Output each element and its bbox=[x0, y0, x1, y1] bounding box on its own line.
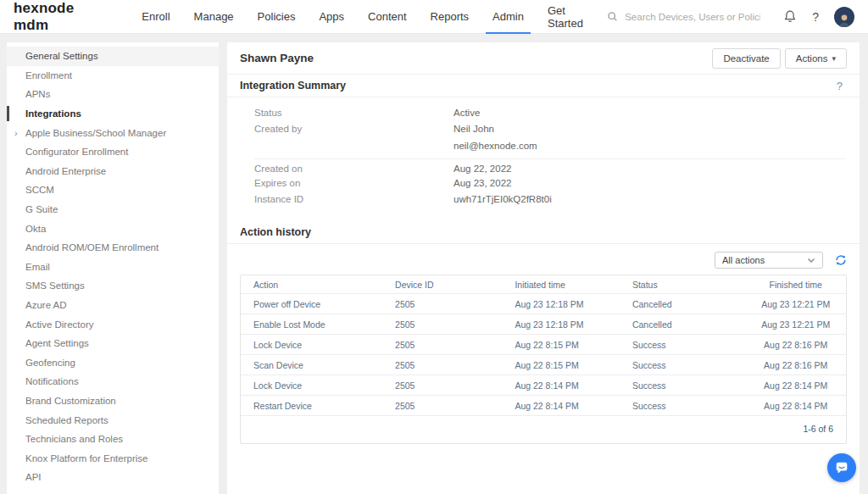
nav-item-admin[interactable]: Admin bbox=[481, 0, 536, 34]
chat-bubble-icon bbox=[834, 460, 849, 475]
sidebar-item-label: Okta bbox=[25, 224, 46, 234]
sidebar-item-scheduled-reports[interactable]: Scheduled Reports bbox=[7, 410, 219, 430]
caret-down-icon: ▾ bbox=[832, 54, 836, 63]
sidebar-item-okta[interactable]: Okta bbox=[7, 219, 219, 238]
sidebar-item-geofencing[interactable]: Geofencing bbox=[7, 353, 219, 373]
nav-item-apps[interactable]: Apps bbox=[307, 0, 356, 34]
table-cell: Scan Device bbox=[241, 360, 395, 370]
sidebar-item-brand-customization[interactable]: Brand Customization bbox=[7, 391, 219, 411]
column-header-finished-time: Finished time bbox=[745, 280, 846, 290]
table-cell: Aug 22 8:14 PM bbox=[515, 380, 632, 391]
sidebar-item-label: Geofencing bbox=[25, 358, 75, 368]
table-cell: Enable Lost Mode bbox=[241, 319, 395, 330]
sidebar-item-sms-settings[interactable]: SMS Settings bbox=[7, 276, 219, 296]
sidebar-item-label: Scheduled Reports bbox=[25, 415, 108, 425]
integration-summary-title: Integration Summary bbox=[240, 80, 346, 92]
action-history-controls: All actions bbox=[227, 247, 860, 273]
sidebar-item-label: Agent Settings bbox=[25, 338, 89, 348]
field-value: Aug 23, 2022 bbox=[453, 178, 511, 188]
actions-filter-select[interactable]: All actions bbox=[715, 252, 823, 269]
sidebar-item-apns[interactable]: APNs bbox=[7, 85, 219, 104]
hexnode-logo[interactable]: hexnode mdm bbox=[14, 0, 111, 34]
action-history-title: Action history bbox=[240, 226, 311, 238]
action-history-table: Action Device ID Initiated time Status F… bbox=[240, 275, 847, 444]
deactivate-button[interactable]: Deactivate bbox=[712, 48, 780, 69]
sidebar-item-label: Active Directory bbox=[25, 319, 94, 330]
sidebar-item-label: Notifications bbox=[25, 376, 79, 386]
table-cell: Lock Device bbox=[241, 340, 395, 350]
main-content-panel: Shawn Payne Deactivate Actions ▾ Integra… bbox=[227, 42, 860, 494]
nav-item-content[interactable]: Content bbox=[356, 0, 419, 34]
actions-filter-value: All actions bbox=[722, 255, 765, 265]
pagination-label: 1-6 of 6 bbox=[241, 416, 846, 443]
search-input[interactable] bbox=[625, 12, 760, 22]
field-label: Created by bbox=[254, 124, 453, 134]
summary-field-row: neil@hexnode.com bbox=[254, 137, 847, 154]
sidebar-item-configurator-enrollment[interactable]: Configurator Enrollment bbox=[7, 142, 219, 162]
table-row[interactable]: Lock Device2505Aug 22 8:14 PMSuccessAug … bbox=[241, 375, 846, 396]
nav-item-policies[interactable]: Policies bbox=[246, 0, 308, 34]
table-row[interactable]: Power off Device2505Aug 23 12:18 PMCance… bbox=[241, 294, 846, 314]
table-cell: Aug 22 8:14 PM bbox=[745, 380, 846, 391]
refresh-icon bbox=[835, 254, 847, 266]
global-search[interactable] bbox=[607, 11, 768, 22]
user-avatar[interactable] bbox=[834, 7, 854, 27]
actions-button-label: Actions bbox=[796, 53, 828, 64]
sidebar-item-agent-settings[interactable]: Agent Settings bbox=[7, 334, 219, 353]
field-value: uwh71rTjEI0kQ2fR8t0i bbox=[453, 194, 552, 204]
table-cell: Aug 22 8:16 PM bbox=[745, 360, 846, 370]
table-cell: 2505 bbox=[395, 380, 515, 391]
help-icon[interactable]: ? bbox=[812, 10, 819, 24]
nav-item-reports[interactable]: Reports bbox=[419, 0, 481, 34]
sidebar-item-apple-business-school-manager[interactable]: ›Apple Business/School Manager bbox=[7, 123, 219, 142]
table-cell: Aug 22 8:14 PM bbox=[515, 401, 632, 411]
sidebar-item-integrations[interactable]: Integrations bbox=[7, 104, 219, 124]
table-row[interactable]: Restart Device2505Aug 22 8:14 PMSuccessA… bbox=[241, 396, 846, 416]
summary-field-row: Instance IDuwh71rTjEI0kQ2fR8t0i bbox=[254, 191, 847, 208]
sidebar-item-label: SCCM bbox=[25, 185, 54, 195]
avatar-person-icon bbox=[837, 12, 852, 27]
refresh-button[interactable] bbox=[835, 254, 847, 266]
sidebar-item-sccm[interactable]: SCCM bbox=[7, 180, 219, 200]
column-header-status: Status bbox=[632, 280, 746, 290]
table-cell: Aug 23 12:21 PM bbox=[745, 299, 846, 309]
sidebar-item-azure-ad[interactable]: Azure AD bbox=[7, 296, 219, 315]
page-title: Shawn Payne bbox=[240, 52, 314, 64]
summary-field-row: Expires onAug 23, 2022 bbox=[254, 175, 847, 191]
table-cell: 2505 bbox=[395, 340, 515, 350]
sidebar-item-label: Apple Business/School Manager bbox=[25, 128, 166, 138]
sidebar-item-android-enterprise[interactable]: Android Enterprise bbox=[7, 162, 219, 181]
table-row[interactable]: Lock Device2505Aug 22 8:15 PMSuccessAug … bbox=[241, 335, 846, 355]
chat-launcher-button[interactable] bbox=[827, 453, 856, 482]
nav-item-get-started[interactable]: Get Started bbox=[536, 0, 607, 34]
sidebar-item-email[interactable]: Email bbox=[7, 258, 219, 277]
sidebar-item-general-settings[interactable]: General Settings bbox=[7, 47, 219, 66]
deactivate-button-label: Deactivate bbox=[723, 53, 769, 64]
sidebar-item-android-rom-oem-enrollment[interactable]: Android ROM/OEM Enrollment bbox=[7, 238, 219, 258]
table-cell: Restart Device bbox=[241, 401, 395, 411]
table-row[interactable]: Enable Lost Mode2505Aug 23 12:18 PMCance… bbox=[241, 314, 846, 335]
table-cell: Success bbox=[632, 360, 746, 370]
summary-help-icon[interactable]: ? bbox=[837, 80, 847, 92]
actions-dropdown-button[interactable]: Actions ▾ bbox=[785, 48, 847, 69]
table-row[interactable]: Scan Device2505Aug 22 8:15 PMSuccessAug … bbox=[241, 355, 846, 375]
column-header-action: Action bbox=[241, 280, 395, 290]
sidebar-item-knox-platform-for-enterprise[interactable]: Knox Platform for Enterprise bbox=[7, 448, 219, 468]
table-cell: Aug 23 12:18 PM bbox=[515, 299, 632, 309]
sidebar-item-label: General Settings bbox=[25, 51, 98, 61]
table-cell: Aug 23 12:18 PM bbox=[515, 319, 632, 330]
table-header-row: Action Device ID Initiated time Status F… bbox=[241, 275, 846, 294]
sidebar-item-g-suite[interactable]: G Suite bbox=[7, 200, 219, 219]
sidebar-item-label: Brand Customization bbox=[25, 396, 116, 406]
nav-item-enroll[interactable]: Enroll bbox=[130, 0, 181, 34]
sidebar-item-active-directory[interactable]: Active Directory bbox=[7, 314, 219, 334]
sidebar-item-enrollment[interactable]: Enrollment bbox=[7, 66, 219, 86]
sidebar-item-api[interactable]: API bbox=[7, 468, 219, 487]
topbar-right-cluster: ? bbox=[607, 7, 854, 27]
nav-item-manage[interactable]: Manage bbox=[182, 0, 246, 34]
table-cell: Aug 22 8:16 PM bbox=[745, 340, 846, 350]
sidebar-item-notifications[interactable]: Notifications bbox=[7, 372, 219, 391]
page-header: Shawn Payne Deactivate Actions ▾ bbox=[227, 42, 860, 75]
sidebar-item-technicians-and-roles[interactable]: Technicians and Roles bbox=[7, 430, 219, 449]
notifications-bell-icon[interactable] bbox=[783, 9, 797, 24]
